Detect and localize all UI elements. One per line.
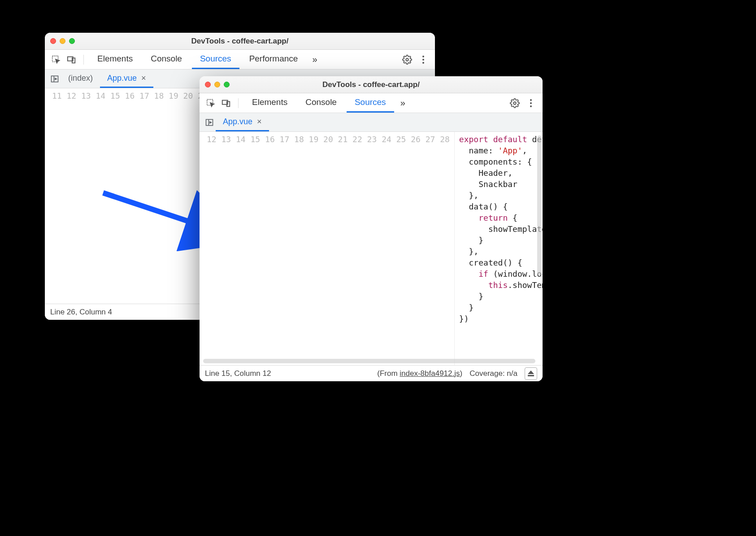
traffic-lights xyxy=(50,38,75,44)
window-title: DevTools - coffee-cart.app/ xyxy=(200,80,543,89)
file-tab-index[interactable]: (index) xyxy=(61,70,100,88)
cursor-position: Line 26, Column 4 xyxy=(50,308,112,317)
code-content[interactable]: export default defineComponent({ name: '… xyxy=(455,132,543,365)
close-tab-icon[interactable]: × xyxy=(141,74,146,83)
minimize-window-button[interactable] xyxy=(214,82,220,87)
tab-sources[interactable]: Sources xyxy=(347,93,394,113)
coverage-status: Coverage: n/a xyxy=(469,369,517,378)
settings-gear-icon[interactable] xyxy=(508,98,522,108)
close-tab-icon[interactable]: × xyxy=(257,117,262,126)
show-drawer-icon[interactable] xyxy=(525,367,537,380)
tabs-overflow-button[interactable]: » xyxy=(308,54,322,65)
from-suffix: ) xyxy=(460,369,463,378)
settings-gear-icon[interactable] xyxy=(400,55,414,65)
main-toolbar: Elements Console Sources » xyxy=(200,93,543,113)
tab-performance[interactable]: Performance xyxy=(241,50,306,69)
separator xyxy=(238,98,239,108)
svg-point-6 xyxy=(422,62,424,64)
svg-point-15 xyxy=(530,102,532,104)
kebab-menu-icon[interactable] xyxy=(416,55,430,64)
tab-console[interactable]: Console xyxy=(297,93,345,113)
svg-point-3 xyxy=(406,58,408,61)
close-window-button[interactable] xyxy=(205,82,211,87)
main-toolbar: Elements Console Sources Performance » xyxy=(45,50,435,70)
tab-elements[interactable]: Elements xyxy=(89,50,141,69)
tab-console[interactable]: Console xyxy=(143,50,190,69)
window-title: DevTools - coffee-cart.app/ xyxy=(45,37,435,46)
tabs-overflow-button[interactable]: » xyxy=(396,98,410,108)
file-tab-label: App.vue xyxy=(107,74,137,83)
device-toolbar-icon[interactable] xyxy=(219,96,233,110)
panel-tabs: Elements Console Sources xyxy=(244,93,394,113)
navigator-toggle-icon[interactable] xyxy=(203,116,216,129)
file-tab-label: App.vue xyxy=(223,117,252,126)
cursor-position: Line 15, Column 12 xyxy=(205,369,271,378)
source-map-file-link[interactable]: index-8bfa4912.js xyxy=(400,369,460,378)
separator xyxy=(83,55,84,65)
file-tab-label: (index) xyxy=(68,74,93,83)
file-tab-app-vue[interactable]: App.vue × xyxy=(216,113,269,131)
file-tab-app-vue[interactable]: App.vue × xyxy=(100,70,153,88)
titlebar[interactable]: DevTools - coffee-cart.app/ xyxy=(45,33,435,50)
devtools-window-front: DevTools - coffee-cart.app/ Elements Con… xyxy=(200,76,543,381)
scrollbar-vertical[interactable] xyxy=(537,135,542,275)
source-map-from: (From index-8bfa4912.js) xyxy=(377,369,462,378)
svg-point-14 xyxy=(530,99,532,101)
inspect-element-icon[interactable] xyxy=(204,96,217,110)
svg-point-4 xyxy=(422,56,424,57)
scrollbar-horizontal[interactable] xyxy=(203,359,535,363)
tab-sources[interactable]: Sources xyxy=(192,50,239,69)
kebab-menu-icon[interactable] xyxy=(524,99,538,108)
inspect-element-icon[interactable] xyxy=(49,53,63,66)
minimize-window-button[interactable] xyxy=(60,38,65,44)
zoom-window-button[interactable] xyxy=(69,38,75,44)
from-prefix: (From xyxy=(377,369,400,378)
close-window-button[interactable] xyxy=(50,38,56,44)
traffic-lights xyxy=(205,82,230,87)
status-bar: Line 15, Column 12 (From index-8bfa4912.… xyxy=(200,365,543,381)
titlebar[interactable]: DevTools - coffee-cart.app/ xyxy=(200,76,543,93)
svg-point-16 xyxy=(530,105,532,107)
tab-elements[interactable]: Elements xyxy=(244,93,295,113)
file-tabs: App.vue × xyxy=(200,113,543,132)
line-gutter: 12 13 14 15 16 17 18 19 20 21 22 23 24 2… xyxy=(200,132,455,365)
svg-point-5 xyxy=(422,59,424,61)
code-editor[interactable]: 12 13 14 15 16 17 18 19 20 21 22 23 24 2… xyxy=(200,132,543,365)
svg-point-13 xyxy=(513,102,516,105)
navigator-toggle-icon[interactable] xyxy=(48,73,61,85)
panel-tabs: Elements Console Sources Performance xyxy=(89,50,306,69)
zoom-window-button[interactable] xyxy=(224,82,230,87)
device-toolbar-icon[interactable] xyxy=(65,53,78,66)
